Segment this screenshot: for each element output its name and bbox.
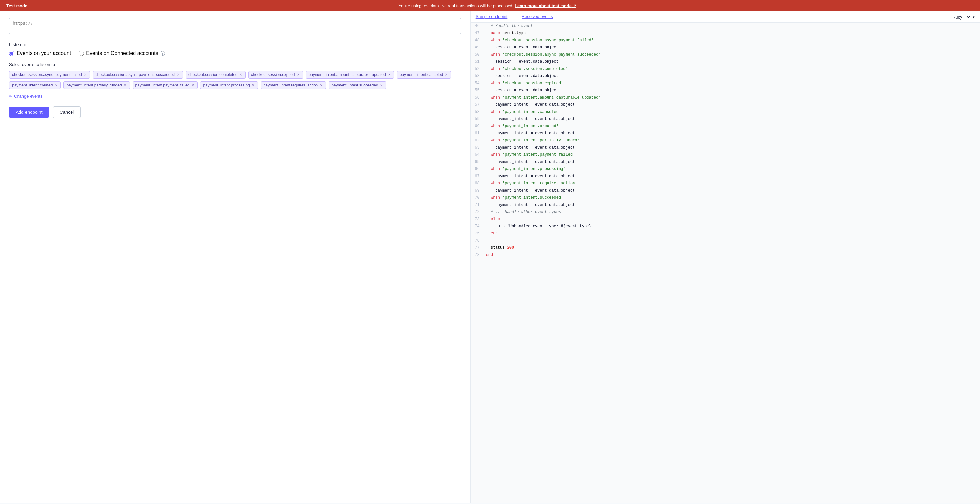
code-line: 57 payment_intent = event.data.object [471,102,980,108]
language-select[interactable]: Ruby Python PHP Node Java Go .NET [951,14,971,20]
line-number: 65 [471,159,486,166]
pencil-icon: ✏ [9,94,12,99]
event-tag-label: payment_intent.processing [203,83,250,88]
event-tag-label: payment_intent.created [12,83,52,88]
language-selector[interactable]: Ruby Python PHP Node Java Go .NET ▾ [951,14,975,20]
line-number: 72 [471,209,486,215]
code-line: 71 payment_intent = event.data.object [471,202,980,209]
remove-tag-button[interactable]: × [380,83,383,87]
info-icon[interactable]: i [161,51,165,56]
actions-row: Add endpoint Cancel [9,106,461,118]
line-content: payment_intent = event.data.object [486,202,980,209]
radio-account-label: Events on your account [17,50,71,56]
code-line: 68 when 'payment_intent.requires_action' [471,180,980,187]
line-number: 63 [471,144,486,151]
remove-tag-button[interactable]: × [251,83,255,87]
line-number: 59 [471,116,486,123]
tab-sample-endpoint[interactable]: Sample endpoint [476,14,508,20]
line-number: 70 [471,195,486,201]
line-content: payment_intent = event.data.object [486,144,980,151]
remove-tag-button[interactable]: × [84,73,87,77]
change-events-link[interactable]: ✏ Change events [9,94,461,99]
code-line: 75 end [471,230,980,238]
listen-to-section: Listen to Events on your account Events … [9,42,461,56]
line-number: 50 [471,51,486,58]
line-number: 73 [471,216,486,223]
event-tag-label: payment_intent.succeeded [331,83,378,88]
line-number: 58 [471,108,486,115]
remove-tag-button[interactable]: × [297,73,300,77]
endpoint-url-wrapper [9,18,461,35]
change-events-text: Change events [14,94,42,99]
event-tag: payment_intent.succeeded× [329,81,386,89]
remove-tag-button[interactable]: × [54,83,58,87]
line-number: 77 [471,244,486,251]
event-tag-label: payment_intent.requires_action [264,83,318,88]
line-number: 53 [471,73,486,80]
cancel-button[interactable]: Cancel [53,106,81,118]
line-number: 55 [471,87,486,94]
line-number: 47 [471,30,486,37]
endpoint-url-input[interactable] [9,18,461,34]
line-content: case event.type [486,30,980,37]
code-line: 69 payment_intent = event.data.object [471,187,980,195]
tab-received-events[interactable]: Received events [522,14,553,20]
line-content: status 200 [486,244,980,251]
code-line: 70 when 'payment_intent.succeeded' [471,195,980,202]
event-tag: checkout.session.async_payment_failed× [9,71,90,79]
remove-tag-button[interactable]: × [320,83,323,87]
code-line: 46 # Handle the event [471,23,980,30]
line-content: when 'payment_intent.created' [486,123,980,130]
code-line: 66 when 'payment_intent.processing' [471,166,980,173]
code-line: 65 payment_intent = event.data.object [471,159,980,166]
line-content: session = event.data.object [486,59,980,65]
remove-tag-button[interactable]: × [191,83,195,87]
line-content: session = event.data.object [486,87,980,94]
code-line: 49 session = event.data.object [471,44,980,51]
radio-connected-option[interactable]: Events on Connected accounts i [79,50,165,56]
code-panel-header: Sample endpoint · Received events Ruby P… [471,11,980,23]
event-tag-label: checkout.session.completed [188,72,237,77]
code-line: 63 payment_intent = event.data.object [471,144,980,152]
line-content: when 'payment_intent.payment_failed' [486,152,980,158]
line-content: when 'payment_intent.partially_funded' [486,137,980,144]
line-content: # ... handle other event types [486,209,980,215]
remove-tag-button[interactable]: × [444,73,448,77]
line-content: when 'payment_intent.requires_action' [486,180,980,187]
code-block: 46 # Handle the event47 case event.type4… [471,23,980,503]
learn-more-link[interactable]: Learn more about test mode ↗ [515,3,576,8]
event-tag: checkout.session.completed× [186,71,246,79]
remove-tag-button[interactable]: × [239,73,243,77]
test-mode-message: You're using test data. No real transact… [27,3,948,8]
main-layout: Listen to Events on your account Events … [0,11,980,503]
line-content: session = event.data.object [486,44,980,51]
line-content: payment_intent = event.data.object [486,102,980,108]
radio-account-option[interactable]: Events on your account [9,50,71,56]
radio-connected-input[interactable] [79,51,84,56]
radio-account-input[interactable] [9,51,14,56]
line-content: when 'payment_intent.amount_capturable_u… [486,94,980,101]
remove-tag-button[interactable]: × [124,83,127,87]
line-content: else [486,216,980,223]
line-number: 64 [471,152,486,158]
line-number: 46 [471,23,486,30]
line-content: payment_intent = event.data.object [486,173,980,180]
code-line: 73 else [471,216,980,223]
line-content: # Handle the event [486,23,980,30]
add-endpoint-button[interactable]: Add endpoint [9,107,49,118]
test-mode-bar: Test mode You're using test data. No rea… [0,0,980,11]
line-number: 56 [471,94,486,101]
line-number: 67 [471,173,486,180]
code-line: 51 session = event.data.object [471,59,980,66]
code-line: 55 session = event.data.object [471,87,980,94]
remove-tag-button[interactable]: × [388,73,391,77]
line-number: 54 [471,80,486,87]
right-panel: Sample endpoint · Received events Ruby P… [471,11,980,503]
event-tag: checkout.session.async_payment_succeeded… [92,71,183,79]
code-line: 47 case event.type [471,30,980,37]
event-tag: payment_intent.amount_capturable_updated… [306,71,394,79]
code-tabs: Sample endpoint · Received events [476,14,553,20]
line-number: 66 [471,166,486,173]
remove-tag-button[interactable]: × [177,73,180,77]
event-tag: payment_intent.payment_failed× [132,81,198,89]
